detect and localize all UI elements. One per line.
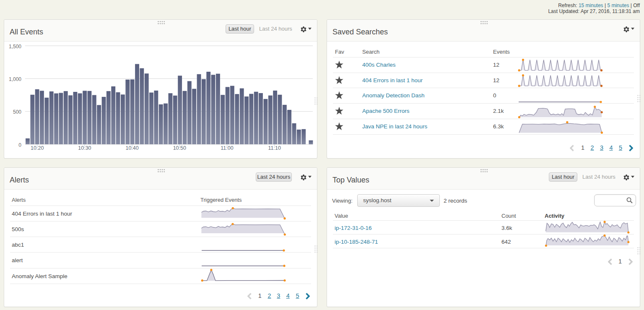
svg-text:10:50: 10:50 <box>173 145 186 151</box>
svg-text:10:30: 10:30 <box>78 145 91 151</box>
svg-text:500: 500 <box>13 109 21 115</box>
svg-text:10:20: 10:20 <box>31 145 44 151</box>
svg-text:1,000: 1,000 <box>9 76 21 82</box>
svg-text:11:10: 11:10 <box>268 145 281 151</box>
svg-text:10:40: 10:40 <box>125 145 138 151</box>
svg-text:1,500: 1,500 <box>9 44 21 49</box>
svg-text:11:00: 11:00 <box>221 145 233 151</box>
svg-text:0: 0 <box>18 142 21 148</box>
